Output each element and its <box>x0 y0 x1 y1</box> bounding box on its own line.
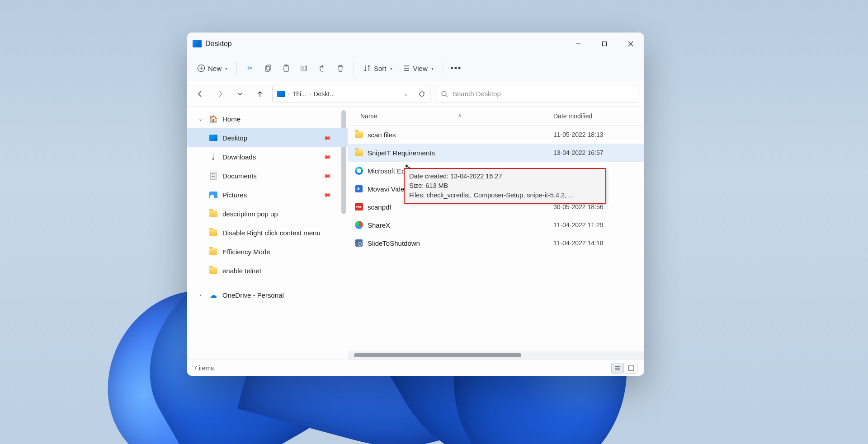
recent-dropdown[interactable] <box>232 86 248 102</box>
sidebar-item-label: description pop up <box>222 210 278 218</box>
share-button[interactable] <box>314 59 331 77</box>
sidebar-item-label: Downloads <box>222 153 256 161</box>
sidebar-item-folder[interactable]: description pop up <box>187 204 348 223</box>
close-button[interactable] <box>618 33 644 55</box>
download-icon: ⭳ <box>209 153 218 161</box>
titlebar[interactable]: Desktop <box>187 33 644 55</box>
sidebar-item-folder[interactable]: Efficiency Mode <box>187 242 348 261</box>
clipboard-icon <box>282 64 290 72</box>
pictures-icon <box>209 192 217 198</box>
thumbnails-view-button[interactable] <box>625 363 637 374</box>
sidebar-item-home[interactable]: ⌄ Home <box>187 109 348 128</box>
edge-icon <box>355 167 363 175</box>
new-button[interactable]: New ▾ <box>193 59 232 77</box>
sort-button[interactable]: Sort ▾ <box>359 59 397 77</box>
chevron-down-icon[interactable]: ⌄ <box>197 116 203 122</box>
view-label: View <box>413 65 428 72</box>
status-text: 7 items <box>193 365 214 372</box>
app-icon <box>193 40 202 47</box>
folder-icon <box>355 131 363 138</box>
sidebar-item-label: Pictures <box>222 191 247 199</box>
chevron-down-icon: ▾ <box>390 66 392 71</box>
tooltip: Date created: 13-04-2022 16:27 Size: 613… <box>404 168 606 204</box>
up-button[interactable] <box>252 86 268 102</box>
pin-icon[interactable]: 📌 <box>322 152 332 162</box>
sidebar: ⌄ Home Desktop 📌 ⭳ Downloads 📌 Documents… <box>187 107 348 360</box>
window-title: Desktop <box>205 40 232 48</box>
chevron-down-icon[interactable]: ⌄ <box>404 91 408 97</box>
search-bar[interactable] <box>435 85 638 103</box>
column-header-date[interactable]: Date modified <box>553 112 644 120</box>
svg-rect-8 <box>267 65 271 70</box>
sidebar-item-folder[interactable]: enable telnet <box>187 261 348 280</box>
sidebar-item-downloads[interactable]: ⭳ Downloads 📌 <box>187 147 348 166</box>
video-icon <box>355 185 363 192</box>
pin-icon[interactable]: 📌 <box>322 133 332 143</box>
breadcrumb-segment[interactable]: Thi... <box>292 90 307 98</box>
search-input[interactable] <box>453 90 632 98</box>
tooltip-line: Size: 613 MB <box>409 181 601 191</box>
file-row[interactable]: scan files11-05-2022 18:13 <box>348 126 644 144</box>
file-date: 11-04-2022 11:29 <box>553 221 644 229</box>
svg-rect-22 <box>628 366 634 370</box>
horizontal-scrollbar[interactable] <box>348 351 644 360</box>
sidebar-item-desktop[interactable]: Desktop 📌 <box>187 128 348 147</box>
file-name: scan files <box>368 131 396 139</box>
sidebar-item-documents[interactable]: Documents 📌 <box>187 166 348 185</box>
refresh-button[interactable] <box>418 90 425 98</box>
file-row[interactable]: SnipeIT Requirements13-04-2022 16:57 <box>348 144 644 162</box>
sidebar-item-folder[interactable]: Disable Right click context menu <box>187 223 348 242</box>
sidebar-item-onedrive[interactable]: › ☁ OneDrive - Personal <box>187 285 348 304</box>
maximize-button[interactable] <box>591 33 618 55</box>
svg-line-18 <box>446 95 448 97</box>
sort-icon <box>363 64 371 72</box>
cloud-icon: ☁ <box>209 291 218 299</box>
file-date: 11-04-2022 14:18 <box>553 239 644 247</box>
forward-button[interactable] <box>212 86 228 102</box>
sidebar-item-label: Disable Right click context menu <box>222 229 321 237</box>
file-date: 30-05-2022 18:56 <box>553 203 644 210</box>
file-row[interactable]: ShareX11-04-2022 11:29 <box>348 216 644 234</box>
scrollbar-thumb[interactable] <box>354 353 521 357</box>
share-icon <box>318 64 326 72</box>
back-button[interactable] <box>193 86 208 102</box>
chevron-right-icon: › <box>288 91 290 97</box>
pin-icon[interactable]: 📌 <box>322 190 332 200</box>
pin-icon[interactable]: 📌 <box>322 171 332 181</box>
tooltip-line: Files: check_vcredist, Composer-Setup, s… <box>409 191 601 200</box>
breadcrumb-segment[interactable]: Deskt... <box>313 90 335 98</box>
chevron-down-icon: ▾ <box>431 66 434 71</box>
svg-rect-1 <box>603 42 607 46</box>
copy-icon <box>264 64 272 72</box>
column-header-name[interactable]: Name <box>360 112 377 120</box>
ellipsis-icon: ••• <box>452 64 460 72</box>
details-view-button[interactable] <box>611 363 624 374</box>
folder-icon <box>355 150 363 156</box>
scissors-icon: ✂ <box>246 64 254 72</box>
sidebar-item-label: enable telnet <box>222 267 261 275</box>
file-row[interactable]: SlideToShutdown11-04-2022 14:18 <box>348 234 644 252</box>
svg-text:A: A <box>302 66 305 70</box>
copy-button[interactable] <box>259 59 277 77</box>
paste-button[interactable] <box>278 59 295 77</box>
file-date: 11-05-2022 18:13 <box>553 131 644 138</box>
toolbar: New ▾ ✂ A Sort ▾ View ▾ ••• <box>187 55 644 81</box>
trash-icon <box>336 64 344 72</box>
column-header-row: Name ᐱ Date modified <box>348 107 644 126</box>
sidebar-item-label: Desktop <box>222 134 247 142</box>
sidebar-item-label: Documents <box>222 172 257 180</box>
delete-button[interactable] <box>332 59 349 77</box>
chevron-right-icon[interactable]: › <box>197 292 203 298</box>
sidebar-item-pictures[interactable]: Pictures 📌 <box>187 185 348 204</box>
file-date: 13-04-2022 16:57 <box>553 149 644 156</box>
cut-button[interactable]: ✂ <box>241 59 259 77</box>
minimize-button[interactable] <box>565 33 591 55</box>
document-icon <box>210 172 217 180</box>
pc-icon <box>277 91 285 97</box>
view-button[interactable]: View ▾ <box>398 59 438 77</box>
more-button[interactable]: ••• <box>448 59 465 77</box>
address-bar[interactable]: › Thi... › Deskt... ⌄ <box>272 85 430 103</box>
rename-button[interactable]: A <box>296 59 313 77</box>
shutdown-icon <box>355 239 363 247</box>
chevron-down-icon: ▾ <box>225 66 227 71</box>
